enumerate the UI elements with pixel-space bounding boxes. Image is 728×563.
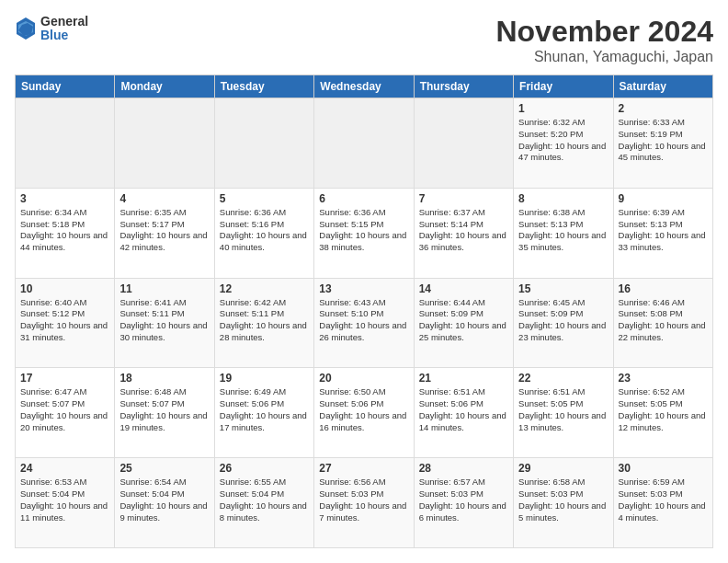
day-number: 9 — [619, 192, 708, 205]
day-info: Sunrise: 6:36 AM Sunset: 5:16 PM Dayligh… — [220, 207, 309, 254]
day-info: Sunrise: 6:48 AM Sunset: 5:07 PM Dayligh… — [119, 386, 209, 433]
logo: General Blue — [15, 15, 88, 43]
day-cell: 12Sunrise: 6:42 AM Sunset: 5:11 PM Dayli… — [214, 278, 313, 368]
day-number: 22 — [518, 372, 608, 385]
day-number: 24 — [20, 462, 109, 475]
day-number: 15 — [518, 282, 608, 295]
day-info: Sunrise: 6:35 AM Sunset: 5:17 PM Dayligh… — [119, 207, 209, 254]
day-number: 1 — [518, 102, 608, 115]
day-info: Sunrise: 6:43 AM Sunset: 5:10 PM Dayligh… — [319, 297, 408, 344]
day-cell: 5Sunrise: 6:36 AM Sunset: 5:16 PM Daylig… — [214, 188, 313, 278]
week-row-4: 24Sunrise: 6:53 AM Sunset: 5:04 PM Dayli… — [16, 458, 713, 548]
day-number: 11 — [119, 282, 209, 295]
day-info: Sunrise: 6:34 AM Sunset: 5:18 PM Dayligh… — [20, 207, 109, 254]
day-cell: 8Sunrise: 6:38 AM Sunset: 5:13 PM Daylig… — [514, 188, 613, 278]
day-info: Sunrise: 6:45 AM Sunset: 5:09 PM Dayligh… — [518, 297, 608, 344]
day-cell: 30Sunrise: 6:59 AM Sunset: 5:03 PM Dayli… — [613, 458, 712, 548]
day-cell — [16, 98, 115, 189]
day-info: Sunrise: 6:59 AM Sunset: 5:03 PM Dayligh… — [619, 477, 708, 523]
day-cell: 22Sunrise: 6:51 AM Sunset: 5:05 PM Dayli… — [514, 368, 613, 458]
day-cell: 3Sunrise: 6:34 AM Sunset: 5:18 PM Daylig… — [16, 188, 115, 278]
day-number: 2 — [619, 102, 708, 115]
day-number: 27 — [319, 462, 408, 475]
day-info: Sunrise: 6:46 AM Sunset: 5:08 PM Dayligh… — [619, 297, 708, 344]
day-info: Sunrise: 6:32 AM Sunset: 5:20 PM Dayligh… — [518, 117, 608, 164]
day-cell — [414, 98, 513, 189]
day-cell: 25Sunrise: 6:54 AM Sunset: 5:04 PM Dayli… — [115, 458, 214, 548]
day-cell: 29Sunrise: 6:58 AM Sunset: 5:03 PM Dayli… — [514, 458, 613, 548]
day-cell — [115, 98, 214, 189]
day-cell: 14Sunrise: 6:44 AM Sunset: 5:09 PM Dayli… — [414, 278, 513, 368]
day-info: Sunrise: 6:36 AM Sunset: 5:15 PM Dayligh… — [319, 207, 408, 254]
logo-blue-text: Blue — [40, 29, 88, 42]
day-cell: 23Sunrise: 6:52 AM Sunset: 5:05 PM Dayli… — [613, 368, 712, 458]
day-number: 19 — [220, 372, 309, 385]
day-info: Sunrise: 6:42 AM Sunset: 5:11 PM Dayligh… — [220, 297, 309, 344]
day-info: Sunrise: 6:50 AM Sunset: 5:06 PM Dayligh… — [319, 386, 408, 433]
day-number: 23 — [619, 372, 708, 385]
day-cell: 4Sunrise: 6:35 AM Sunset: 5:17 PM Daylig… — [115, 188, 214, 278]
day-cell: 19Sunrise: 6:49 AM Sunset: 5:06 PM Dayli… — [214, 368, 313, 458]
day-info: Sunrise: 6:39 AM Sunset: 5:13 PM Dayligh… — [619, 207, 708, 254]
day-info: Sunrise: 6:52 AM Sunset: 5:05 PM Dayligh… — [619, 386, 708, 433]
day-cell: 26Sunrise: 6:55 AM Sunset: 5:04 PM Dayli… — [214, 458, 313, 548]
day-header-saturday: Saturday — [613, 75, 712, 98]
day-cell: 2Sunrise: 6:33 AM Sunset: 5:19 PM Daylig… — [613, 98, 712, 189]
day-info: Sunrise: 6:56 AM Sunset: 5:03 PM Dayligh… — [319, 477, 408, 523]
month-title: November 2024 — [495, 15, 713, 49]
day-cell: 10Sunrise: 6:40 AM Sunset: 5:12 PM Dayli… — [16, 278, 115, 368]
day-number: 28 — [419, 462, 508, 475]
day-info: Sunrise: 6:33 AM Sunset: 5:19 PM Dayligh… — [619, 117, 708, 164]
day-number: 30 — [619, 462, 708, 475]
day-info: Sunrise: 6:57 AM Sunset: 5:03 PM Dayligh… — [419, 477, 508, 523]
day-cell: 13Sunrise: 6:43 AM Sunset: 5:10 PM Dayli… — [314, 278, 414, 368]
day-cell: 11Sunrise: 6:41 AM Sunset: 5:11 PM Dayli… — [115, 278, 214, 368]
day-number: 29 — [518, 462, 608, 475]
day-cell: 1Sunrise: 6:32 AM Sunset: 5:20 PM Daylig… — [514, 98, 613, 189]
logo-general-text: General — [40, 15, 88, 29]
day-cell: 6Sunrise: 6:36 AM Sunset: 5:15 PM Daylig… — [314, 188, 414, 278]
day-cell: 27Sunrise: 6:56 AM Sunset: 5:03 PM Dayli… — [314, 458, 414, 548]
day-info: Sunrise: 6:40 AM Sunset: 5:12 PM Dayligh… — [20, 297, 109, 344]
day-header-friday: Friday — [514, 75, 613, 98]
day-header-wednesday: Wednesday — [314, 75, 414, 98]
calendar-table: SundayMondayTuesdayWednesdayThursdayFrid… — [15, 75, 713, 548]
title-block: November 2024 Shunan, Yamaguchi, Japan — [495, 15, 713, 65]
day-cell: 18Sunrise: 6:48 AM Sunset: 5:07 PM Dayli… — [115, 368, 214, 458]
day-info: Sunrise: 6:38 AM Sunset: 5:13 PM Dayligh… — [518, 207, 608, 254]
page: General Blue November 2024 Shunan, Yamag… — [0, 0, 728, 563]
day-number: 17 — [20, 372, 109, 385]
day-number: 20 — [319, 372, 408, 385]
calendar: SundayMondayTuesdayWednesdayThursdayFrid… — [15, 75, 713, 548]
day-cell — [214, 98, 313, 189]
day-number: 18 — [119, 372, 209, 385]
day-number: 14 — [419, 282, 508, 295]
day-number: 5 — [220, 192, 309, 205]
header: General Blue November 2024 Shunan, Yamag… — [15, 15, 713, 65]
day-number: 13 — [319, 282, 408, 295]
day-info: Sunrise: 6:44 AM Sunset: 5:09 PM Dayligh… — [419, 297, 508, 344]
day-cell: 16Sunrise: 6:46 AM Sunset: 5:08 PM Dayli… — [613, 278, 712, 368]
week-row-1: 3Sunrise: 6:34 AM Sunset: 5:18 PM Daylig… — [16, 188, 713, 278]
day-cell: 21Sunrise: 6:51 AM Sunset: 5:06 PM Dayli… — [414, 368, 513, 458]
day-number: 21 — [419, 372, 508, 385]
day-number: 4 — [119, 192, 209, 205]
day-number: 12 — [220, 282, 309, 295]
day-info: Sunrise: 6:37 AM Sunset: 5:14 PM Dayligh… — [419, 207, 508, 254]
day-number: 25 — [119, 462, 209, 475]
day-header-thursday: Thursday — [414, 75, 513, 98]
header-row: SundayMondayTuesdayWednesdayThursdayFrid… — [16, 75, 713, 98]
day-info: Sunrise: 6:47 AM Sunset: 5:07 PM Dayligh… — [20, 386, 109, 433]
day-info: Sunrise: 6:49 AM Sunset: 5:06 PM Dayligh… — [220, 386, 309, 433]
logo-icon — [15, 16, 37, 41]
day-cell: 24Sunrise: 6:53 AM Sunset: 5:04 PM Dayli… — [16, 458, 115, 548]
day-number: 8 — [518, 192, 608, 205]
day-cell: 7Sunrise: 6:37 AM Sunset: 5:14 PM Daylig… — [414, 188, 513, 278]
week-row-2: 10Sunrise: 6:40 AM Sunset: 5:12 PM Dayli… — [16, 278, 713, 368]
day-cell — [314, 98, 414, 189]
day-info: Sunrise: 6:53 AM Sunset: 5:04 PM Dayligh… — [20, 477, 109, 523]
day-number: 7 — [419, 192, 508, 205]
day-info: Sunrise: 6:51 AM Sunset: 5:05 PM Dayligh… — [518, 386, 608, 433]
day-header-monday: Monday — [115, 75, 214, 98]
day-info: Sunrise: 6:41 AM Sunset: 5:11 PM Dayligh… — [119, 297, 209, 344]
